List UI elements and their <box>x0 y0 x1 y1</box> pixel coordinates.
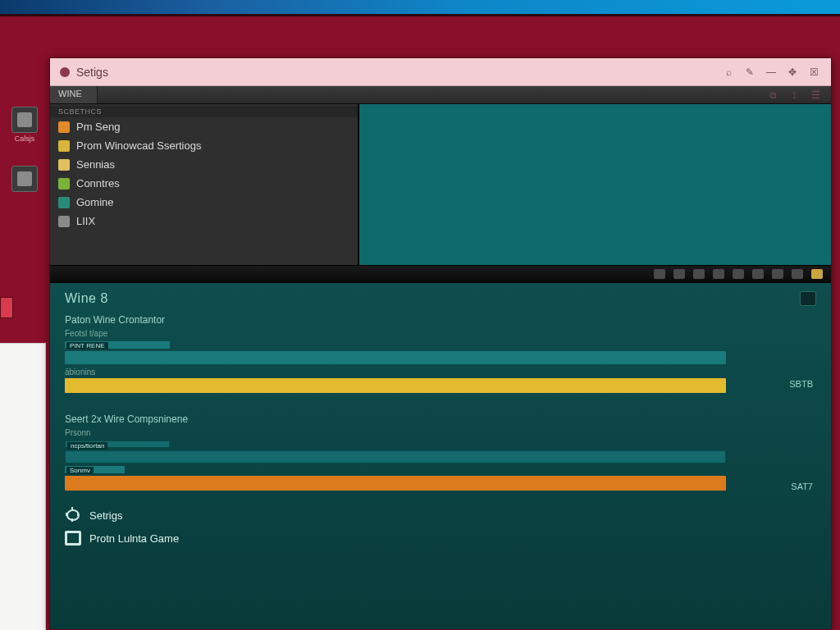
status-icon[interactable] <box>733 269 744 279</box>
sidebar-section-label: SCBETHCS <box>50 106 358 117</box>
left-edge-handle[interactable] <box>0 297 13 318</box>
desktop-shortcut-icon-2[interactable] <box>11 166 38 192</box>
pin-button[interactable]: ✥ <box>785 65 800 80</box>
sidebar-item-label: Sennias <box>76 158 115 171</box>
sidebar-item-1[interactable]: Prom Winowcad Ssertiogs <box>50 136 358 155</box>
upper-pane: WINE ⧉ ⟟ ☰ SCBETHCS Pm Seng Prom Winowca… <box>50 86 831 265</box>
content-area <box>358 104 831 265</box>
group-heading: Paton Wine Crontantor <box>65 314 816 326</box>
bottom-nav: Setrigs Protn Lulnta Game <box>65 508 816 552</box>
status-icon[interactable] <box>752 269 764 279</box>
chip-bar-2: Sonmv <box>65 466 125 473</box>
sidebar-item-label: Conntres <box>76 177 120 189</box>
settings-window: Setigs ⌕ ✎ — ✥ ☒ WINE ⧉ ⟟ ☰ SCBETHCS Pm … <box>49 57 832 630</box>
desktop-shortcut-icon[interactable] <box>11 107 38 133</box>
wine-icon <box>58 197 70 208</box>
status-icon[interactable] <box>654 269 665 279</box>
field-label: Prsonn <box>65 428 816 437</box>
document-icon <box>58 121 70 133</box>
game-icon <box>65 531 81 546</box>
status-icon[interactable] <box>772 269 783 279</box>
folder-icon[interactable] <box>811 269 823 279</box>
window-icon <box>58 140 70 152</box>
desktop-icons: Calsjs <box>5 107 44 192</box>
tab-icon-3[interactable]: ☰ <box>808 88 823 103</box>
progress-track[interactable] <box>65 450 726 463</box>
sidebar-item-label: Prom Winowcad Ssertiogs <box>76 139 201 152</box>
app-icon <box>60 67 70 77</box>
tab-icon-1[interactable]: ⧉ <box>765 88 780 103</box>
page-title: Wine 8 <box>65 291 108 306</box>
chip-label: ncps/tiortan <box>67 442 107 450</box>
gear-icon <box>65 508 81 523</box>
chip-label: PINT RENE <box>66 342 108 349</box>
status-icon[interactable] <box>693 269 705 279</box>
progress-track[interactable] <box>65 351 726 364</box>
chip-label: Sonmv <box>66 467 94 474</box>
field-label: Feotsl t/ape <box>65 329 816 338</box>
value-label: SAT7 <box>791 482 813 491</box>
folder-icon <box>58 159 70 171</box>
tab-label: WINE <box>58 89 82 98</box>
titlebar[interactable]: Setigs ⌕ ✎ — ✥ ☒ <box>50 58 831 86</box>
chip-bar: ncps/tiortan <box>65 441 170 448</box>
chip-bar: PINT RENE <box>65 341 170 349</box>
nav-label: Protn Lulnta Game <box>89 532 179 545</box>
sidebar-item-4[interactable]: Gomine <box>50 193 358 212</box>
status-icon[interactable] <box>713 269 724 279</box>
status-icon[interactable] <box>673 269 685 279</box>
progress-bar-orange[interactable] <box>65 476 726 491</box>
sidebar-item-3[interactable]: Conntres <box>50 174 358 193</box>
window-title: Setigs <box>76 66 108 79</box>
linux-icon <box>58 216 70 227</box>
tab-wine[interactable]: WINE <box>50 86 98 103</box>
status-bar <box>50 265 831 283</box>
edit-icon[interactable]: ✎ <box>742 65 757 80</box>
group-heading: Seert 2x Wire Compsninene <box>65 413 816 425</box>
search-icon[interactable]: ⌕ <box>721 65 736 80</box>
sidebar-item-label: LIIX <box>76 215 95 227</box>
status-icon[interactable] <box>792 269 803 279</box>
sidebar-item-label: Gomine <box>76 196 114 208</box>
value-label: SBTB <box>789 379 813 389</box>
collapse-button[interactable] <box>800 291 816 306</box>
nav-label: Setrigs <box>89 509 122 522</box>
tabstrip: WINE ⧉ ⟟ ☰ <box>50 86 831 104</box>
sidebar-item-2[interactable]: Sennias <box>50 155 358 174</box>
sidebar: SCBETHCS Pm Seng Prom Winowcad Ssertiogs… <box>50 104 358 265</box>
background-panel <box>0 343 46 630</box>
config-group-1: Paton Wine Crontantor Feotsl t/ape PINT … <box>65 311 816 395</box>
nav-game[interactable]: Protn Lulnta Game <box>65 531 816 546</box>
desktop-shortcut-label: Calsjs <box>11 135 38 143</box>
desktop-topbar <box>0 0 840 16</box>
field-label-2: äbionins <box>65 368 816 377</box>
sidebar-item-label: Pm Seng <box>76 121 120 133</box>
progress-bar-yellow[interactable] <box>65 378 726 393</box>
close-button[interactable]: ☒ <box>806 65 821 80</box>
tab-icon-2[interactable]: ⟟ <box>787 88 801 103</box>
sidebar-item-0[interactable]: Pm Seng <box>50 117 358 136</box>
config-group-2: Seert 2x Wire Compsninene Prsonn ncps/ti… <box>65 410 816 493</box>
minimize-button[interactable]: — <box>764 65 778 80</box>
controller-icon <box>58 178 70 189</box>
lower-pane: Wine 8 Paton Wine Crontantor Feotsl t/ap… <box>50 283 831 629</box>
nav-settings[interactable]: Setrigs <box>65 508 816 523</box>
sidebar-item-5[interactable]: LIIX <box>50 212 358 231</box>
